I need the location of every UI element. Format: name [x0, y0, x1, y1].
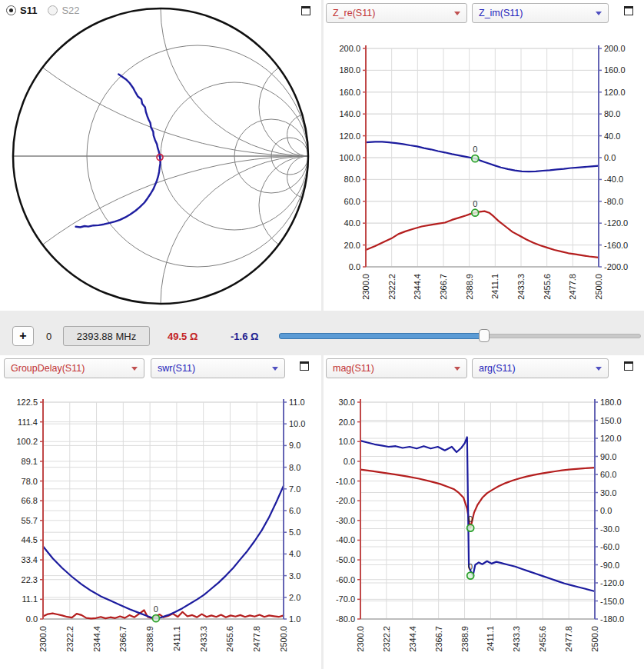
svg-text:140.0: 140.0: [339, 109, 360, 118]
svg-text:200.0: 200.0: [604, 44, 626, 53]
svg-text:-50.0: -50.0: [336, 555, 355, 564]
chevron-down-icon: [454, 367, 460, 371]
svg-text:2455.6: 2455.6: [225, 626, 234, 652]
trace2-selector-label: Z_im(S11): [479, 8, 591, 18]
svg-text:0.0: 0.0: [26, 614, 38, 624]
svg-text:-80.0: -80.0: [336, 614, 355, 624]
svg-text:2455.6: 2455.6: [538, 626, 547, 652]
add-marker-button[interactable]: +: [12, 326, 34, 346]
svg-text:2388.9: 2388.9: [460, 626, 470, 652]
svg-text:20.0: 20.0: [344, 241, 360, 250]
radio-s11[interactable]: S11: [6, 5, 37, 16]
svg-text:1.0: 1.0: [289, 614, 300, 624]
groupdelay-swr-chart[interactable]: 0122.5111.4100.289.178.066.855.744.533.4…: [0, 380, 321, 669]
svg-text:2322.2: 2322.2: [65, 626, 75, 652]
svg-text:90.0: 90.0: [600, 452, 616, 461]
svg-text:122.5: 122.5: [16, 398, 38, 407]
mag-arg-chart[interactable]: 0030.020.010.00.0-10.0-20.0-30.0-40.0-50…: [324, 380, 644, 669]
svg-text:-30.0: -30.0: [600, 524, 619, 534]
trace2-selector-swr[interactable]: swr(S11): [151, 358, 285, 378]
svg-text:2455.6: 2455.6: [543, 274, 552, 300]
svg-text:5.0: 5.0: [289, 528, 300, 537]
marker-resistance-value: 49.5 Ω: [168, 331, 198, 342]
svg-text:0: 0: [154, 604, 158, 614]
trace-select-radios: S11 S22: [6, 5, 80, 16]
svg-text:150.0: 150.0: [600, 416, 622, 425]
radio-s22-label: S22: [61, 5, 79, 16]
svg-text:2.0: 2.0: [289, 593, 300, 602]
svg-text:180.0: 180.0: [339, 65, 360, 75]
svg-text:2411.1: 2411.1: [490, 274, 500, 299]
svg-text:160.0: 160.0: [339, 88, 360, 97]
svg-text:89.1: 89.1: [22, 457, 38, 466]
svg-text:-30.0: -30.0: [336, 516, 355, 525]
svg-text:60.0: 60.0: [344, 197, 360, 206]
svg-text:60.0: 60.0: [600, 470, 616, 479]
trace1-selector-label: Z_re(S11): [333, 8, 450, 18]
slider-fill: [279, 333, 485, 339]
svg-text:2300.0: 2300.0: [361, 274, 370, 300]
svg-text:2411.1: 2411.1: [486, 626, 495, 651]
svg-text:2433.3: 2433.3: [512, 626, 521, 652]
trace2-selector-impedance[interactable]: Z_im(S11): [472, 3, 609, 23]
svg-text:10.0: 10.0: [339, 437, 355, 446]
svg-text:2344.4: 2344.4: [413, 274, 422, 300]
svg-text:2411.1: 2411.1: [172, 626, 181, 651]
svg-text:6.0: 6.0: [289, 506, 300, 515]
svg-text:2322.2: 2322.2: [387, 274, 397, 300]
impedance-chart[interactable]: 00200.0180.0160.0140.0120.0100.080.060.0…: [324, 25, 644, 314]
maximize-icon[interactable]: [300, 361, 309, 371]
smith-chart[interactable]: [0, 0, 321, 314]
svg-text:-40.0: -40.0: [336, 535, 355, 544]
chevron-down-icon: [596, 12, 602, 15]
frequency-slider[interactable]: [279, 329, 641, 343]
svg-text:120.0: 120.0: [339, 131, 360, 141]
svg-text:-90.0: -90.0: [600, 561, 619, 570]
svg-text:66.8: 66.8: [22, 496, 38, 505]
trace1-selector-mag[interactable]: mag(S11): [326, 358, 467, 378]
trace1-selector-groupdelay[interactable]: GroupDelay(S11): [4, 358, 144, 378]
mag-arg-chart-panel: mag(S11) arg(S11) 0030.020.010.00.0-10.0…: [324, 355, 644, 669]
marker-frequency-button[interactable]: 2393.88 MHz: [63, 326, 150, 346]
svg-text:200.0: 200.0: [339, 44, 360, 53]
impedance-panel-header: Z_re(S11) Z_im(S11): [324, 0, 644, 25]
radio-s22[interactable]: S22: [48, 5, 79, 16]
svg-text:11.1: 11.1: [22, 594, 38, 604]
maximize-icon[interactable]: [624, 6, 633, 15]
svg-text:0.0: 0.0: [600, 506, 612, 515]
svg-text:-60.0: -60.0: [600, 542, 619, 551]
svg-text:11.0: 11.0: [289, 398, 305, 407]
slider-handle[interactable]: [479, 329, 490, 342]
svg-text:9.0: 9.0: [289, 441, 300, 450]
svg-text:100.2: 100.2: [16, 437, 38, 446]
svg-text:-180.0: -180.0: [600, 614, 624, 624]
svg-text:55.7: 55.7: [22, 516, 38, 525]
svg-text:2388.9: 2388.9: [465, 274, 474, 300]
svg-text:-70.0: -70.0: [336, 594, 355, 604]
svg-text:78.0: 78.0: [22, 477, 38, 486]
svg-text:0.0: 0.0: [344, 457, 355, 466]
radio-s11-circle[interactable]: [6, 5, 16, 15]
svg-text:-150.0: -150.0: [600, 597, 624, 606]
trace1-selector-impedance[interactable]: Z_re(S11): [326, 3, 467, 23]
trace1-selector-label: mag(S11): [333, 363, 450, 374]
svg-text:-10.0: -10.0: [336, 477, 355, 486]
svg-text:-80.0: -80.0: [604, 197, 623, 206]
maximize-icon[interactable]: [624, 361, 633, 371]
radio-s22-circle[interactable]: [48, 5, 58, 15]
trace2-selector-arg[interactable]: arg(S11): [472, 358, 609, 378]
svg-text:180.0: 180.0: [600, 398, 622, 407]
svg-text:80.0: 80.0: [344, 175, 360, 184]
svg-text:30.0: 30.0: [339, 398, 355, 407]
maximize-icon[interactable]: [301, 6, 310, 15]
chevron-down-icon: [454, 12, 460, 15]
svg-text:2500.0: 2500.0: [590, 626, 599, 652]
chevron-down-icon: [131, 367, 138, 371]
svg-text:2300.0: 2300.0: [38, 626, 48, 652]
svg-text:2477.8: 2477.8: [252, 626, 261, 652]
chevron-down-icon: [272, 367, 278, 371]
svg-text:120.0: 120.0: [600, 434, 622, 443]
svg-text:4.0: 4.0: [289, 549, 300, 558]
svg-text:120.0: 120.0: [604, 88, 626, 97]
trace2-selector-label: swr(S11): [158, 363, 267, 374]
